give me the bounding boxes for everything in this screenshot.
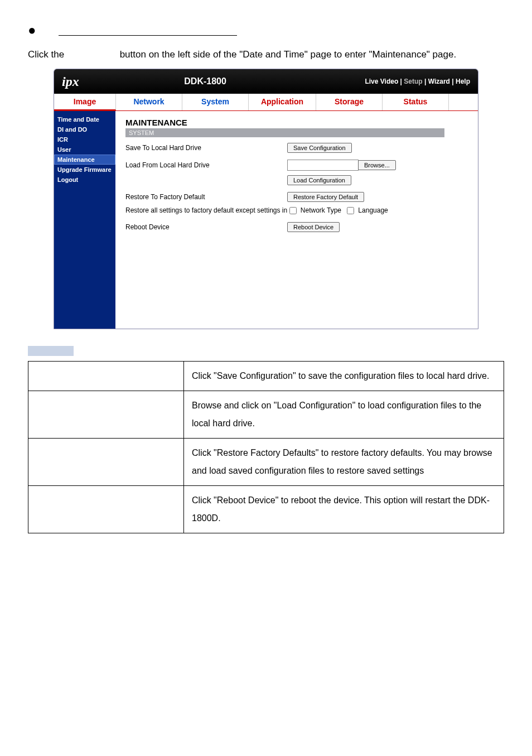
sidebar-item-di-do[interactable]: DI and DO [54, 124, 115, 134]
bullet-heading: ● [28, 22, 504, 38]
restore-factory-default-button[interactable]: Restore Factory Default [287, 192, 364, 202]
row-save: Save To Local Hard Drive Save Configurat… [125, 143, 468, 153]
save-configuration-button[interactable]: Save Configuration [287, 143, 352, 153]
table-row: Browse and click on "Load Configuration"… [28, 391, 504, 439]
cell-load-right: Browse and click on "Load Configuration"… [184, 391, 504, 439]
restore-default-label: Restore To Factory Default [125, 193, 287, 201]
tab-image[interactable]: Image [54, 94, 116, 110]
browse-button[interactable]: Browse... [358, 160, 396, 170]
cell-restore-right: Click "Restore Factory Defaults" to rest… [184, 439, 504, 486]
intro-pre: Click the [28, 49, 67, 60]
top-links: Live Video | Setup | Wizard | Help [365, 78, 470, 85]
reboot-device-button[interactable]: Reboot Device [287, 222, 340, 232]
row-load: Load From Local Hard Drive Browse... [125, 160, 468, 171]
content-title: MAINTENANCE [125, 118, 468, 127]
bullet-icon: ● [28, 22, 36, 38]
cell-reboot-left [28, 486, 184, 533]
tab-system[interactable]: System [182, 94, 249, 110]
body-area: Time and Date DI and DO ICR User Mainten… [54, 111, 478, 329]
save-local-label: Save To Local Hard Drive [125, 144, 287, 152]
heading-underline [59, 25, 237, 36]
link-wizard[interactable]: Wizard [428, 78, 450, 85]
sidebar-item-user[interactable]: User [54, 145, 115, 155]
sidebar-item-time-date[interactable]: Time and Date [54, 114, 115, 124]
link-help[interactable]: Help [456, 78, 470, 85]
content-panel: MAINTENANCE SYSTEM Save To Local Hard Dr… [115, 111, 478, 329]
description-heading-bg [28, 346, 74, 356]
checkbox-network-label: Network Type [301, 206, 341, 214]
sep: | [424, 78, 428, 85]
model-name: DDK-1800 [54, 76, 365, 86]
link-live-video[interactable]: Live Video [365, 78, 398, 85]
tab-network[interactable]: Network [116, 94, 182, 110]
cell-save-right: Click "Save Configuration" to save the c… [184, 362, 504, 391]
sidebar-item-logout[interactable]: Logout [54, 175, 115, 185]
cell-reboot-right: Click "Reboot Device" to reboot the devi… [184, 486, 504, 533]
load-configuration-button[interactable]: Load Configuration [287, 175, 351, 185]
sidebar-item-icr[interactable]: ICR [54, 134, 115, 145]
cell-restore-left [28, 439, 184, 486]
tab-status[interactable]: Status [383, 94, 449, 110]
checkbox-network-type[interactable] [289, 207, 297, 214]
table-row: Click "Reboot Device" to reboot the devi… [28, 486, 504, 533]
restore-note-pre: Restore all settings to factory default … [125, 206, 287, 214]
sidebar: Time and Date DI and DO ICR User Mainten… [54, 111, 115, 329]
section-label: SYSTEM [125, 128, 444, 137]
row-load-btn: Load Configuration [125, 175, 468, 185]
row-restore: Restore To Factory Default Restore Facto… [125, 192, 468, 202]
table-row: Click "Save Configuration" to save the c… [28, 362, 504, 391]
reboot-label: Reboot Device [125, 223, 287, 231]
intro-text: Click the button on the left side of the… [28, 49, 504, 60]
cell-save-left [28, 362, 184, 391]
intro-post: button on the left side of the "Date and… [120, 49, 456, 60]
load-local-label: Load From Local Hard Drive [125, 161, 287, 169]
cell-load-left [28, 391, 184, 439]
row-reboot: Reboot Device Reboot Device [125, 222, 468, 232]
header-bar: ipx DDK-1800 Live Video | Setup | Wizard… [54, 69, 478, 94]
tab-application[interactable]: Application [249, 94, 316, 110]
table-row: Click "Restore Factory Defaults" to rest… [28, 439, 504, 486]
app-window: ipx DDK-1800 Live Video | Setup | Wizard… [54, 69, 478, 329]
sep: | [452, 78, 456, 85]
checkbox-language-label: Language [358, 206, 388, 214]
link-setup[interactable]: Setup [404, 78, 422, 85]
sidebar-item-maintenance[interactable]: Maintenance [54, 155, 115, 165]
restore-note: Restore all settings to factory default … [125, 206, 468, 214]
description-table: Click "Save Configuration" to save the c… [28, 361, 504, 533]
checkbox-language[interactable] [347, 207, 354, 214]
tabs-row: Image Network System Application Storage… [54, 94, 478, 111]
tab-storage[interactable]: Storage [316, 94, 383, 110]
sidebar-item-upgrade[interactable]: Upgrade Firmware [54, 165, 115, 175]
file-path-input[interactable] [287, 160, 359, 171]
